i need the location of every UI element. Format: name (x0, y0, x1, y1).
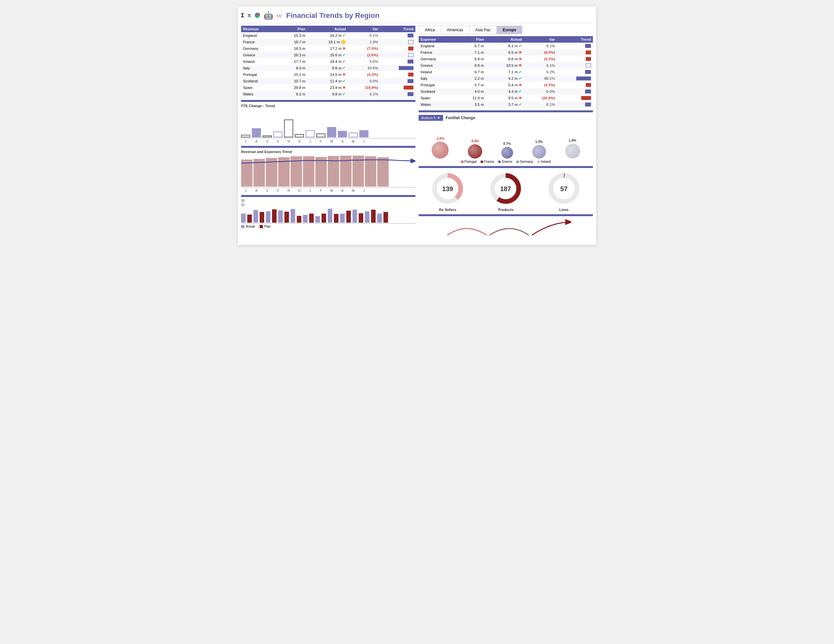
dropdown-chevron: ▼ (437, 116, 440, 120)
bottom-chart-section: 80 60 Actual Plan (241, 199, 415, 228)
rev-x-label: N (284, 189, 293, 192)
revenue-header: Revenue (241, 26, 278, 32)
var-value: 6.1% (524, 101, 557, 108)
donut-value: 57 (560, 185, 567, 192)
actual-value: 4.3 m ✔ (486, 88, 524, 95)
table-row: Italy 2.2 m 4.2 m ✔ 88.1% (419, 75, 593, 82)
legend-plan-label: Plan (264, 224, 271, 228)
bubble-legend-dot (498, 160, 501, 163)
robot-logo: 🤖 (263, 11, 273, 20)
exp-var-header: Var (524, 36, 557, 43)
rev-x-axis: JASONDJFMAMJ (241, 189, 415, 192)
region-tab-africa[interactable]: Africa (419, 26, 441, 34)
rev-x-label: J (305, 189, 315, 192)
table-row: France 18.7 m 19.1 m 🟡 1.9% (241, 39, 415, 45)
bc-actual-bar (340, 213, 345, 223)
region-tab-europe[interactable]: Europe (497, 26, 522, 34)
trend-value (380, 39, 415, 45)
region-tab-asia-pac[interactable]: Asia Pac (469, 26, 497, 34)
bubble-legend-item: Portugal (461, 160, 477, 163)
curves-area (419, 219, 593, 242)
bc-actual-bar (241, 213, 246, 223)
bc-plan-bar (272, 209, 276, 223)
var-value: 6.1% (348, 32, 380, 39)
donut-item: 187 Products (488, 171, 524, 211)
plan-value: 9.9 m (456, 62, 486, 69)
plan-value: 2.2 m (456, 75, 486, 82)
fte-x-label: A (252, 140, 261, 143)
fx-icon: f(x) (276, 14, 282, 18)
bc-actual-bar (266, 211, 270, 223)
fte-x-label: M (349, 140, 358, 143)
region-tabs[interactable]: AfricaAmericasAsia PacEurope (419, 26, 522, 34)
bubble-item: 0.7% (501, 142, 513, 158)
actual-value: 10.5 m ✖ (486, 62, 524, 69)
trend-value (557, 43, 593, 49)
bubble-legend-label: Ireland (541, 160, 551, 163)
plan-header: Plan (278, 26, 307, 32)
legend-plan-dot (260, 225, 263, 228)
bottom5-dropdown[interactable]: Bottom 5 ▼ (419, 115, 443, 121)
exp-plan-header: Plan (456, 36, 486, 43)
bubble-item: 1.3% (532, 140, 546, 158)
var-value: 88.1% (524, 75, 557, 82)
table-row: Portugal 5.7 m 5.4 m ✖ (4.3%) (419, 82, 593, 88)
trend-value (380, 52, 415, 58)
fte-x-label: J (359, 140, 369, 143)
var-value: 1.9% (348, 39, 380, 45)
table-row: England 5.7 m 6.1 m ✔ 6.1% (419, 43, 593, 49)
fte-bar (316, 134, 325, 137)
region-tab-americas[interactable]: Americas (441, 26, 469, 34)
actual-value: 19.1 m 🟡 (307, 39, 348, 45)
bc-plan-bar (334, 214, 338, 223)
country-name: Greece (419, 62, 456, 69)
fte-bar (327, 127, 336, 137)
fte-x-axis: JASONDJFMAMJ (241, 140, 415, 143)
rev-bar (340, 156, 352, 187)
trend-header: Trend (380, 26, 415, 32)
var-value: (4.3%) (348, 71, 380, 78)
fte-x-label: J (241, 140, 250, 143)
var-value: (19.8%) (348, 84, 380, 91)
bubble-label: 1.3% (535, 140, 543, 144)
plan-value: 18.7 m (278, 39, 307, 45)
table-row: England 15.3 m 16.2 m ✔ 6.1% (241, 32, 415, 39)
table-row: Ireland 6.7 m 7.1 m ✔ 6.2% (419, 69, 593, 75)
rev-x-label: O (273, 189, 283, 192)
trend-value (557, 75, 593, 82)
fte-bar (263, 136, 272, 137)
table-row: Spain 29.8 m 23.9 m ✖ (19.8%) (241, 84, 415, 91)
legend-plan: Plan (260, 224, 271, 228)
actual-value: 25.6 m ✔ (307, 52, 348, 58)
rev-expense-chart (241, 155, 415, 187)
var-value: 6.2% (524, 69, 557, 75)
plan-value: 15.3 m (278, 32, 307, 39)
fte-chart (241, 109, 415, 138)
exp-actual-header: Actual (486, 36, 524, 43)
bubble-legend-label: Germany (520, 160, 533, 163)
table-row: Ireland 17.7 m 18.4 m ✔ 4.0% (241, 58, 415, 65)
actual-value: 18.4 m ✔ (307, 58, 348, 65)
bc-plan-bar (383, 212, 388, 223)
rev-x-label: A (338, 189, 347, 192)
bc-plan-bar (346, 211, 351, 223)
bc-actual-bar (291, 209, 295, 223)
donut-value: 187 (500, 185, 511, 192)
bubble-item: -0.8% (468, 139, 482, 158)
trend-value (380, 78, 415, 84)
trend-value (557, 88, 593, 95)
rev-bar (291, 156, 302, 187)
bc-actual-bar (278, 210, 283, 223)
table-row: Spain 11.9 m 9.5 m ✖ (20.4%) (419, 95, 593, 101)
plan-value: 5.7 m (456, 82, 486, 88)
rev-expense-title: Revenue and Expenses Trend (241, 150, 415, 154)
actual-value: 6.1 m ✔ (486, 43, 524, 49)
country-name: Italy (241, 65, 278, 71)
legend-actual: Actual (241, 224, 255, 228)
country-name: England (241, 32, 278, 39)
bc-plan-bar (260, 212, 264, 223)
donut-item: 57 Lines (546, 171, 582, 211)
plan-value: 11.9 m (456, 95, 486, 101)
footfall-chart-title: Footfall Change (446, 116, 475, 120)
plan-value: 26.3 m (278, 52, 307, 58)
